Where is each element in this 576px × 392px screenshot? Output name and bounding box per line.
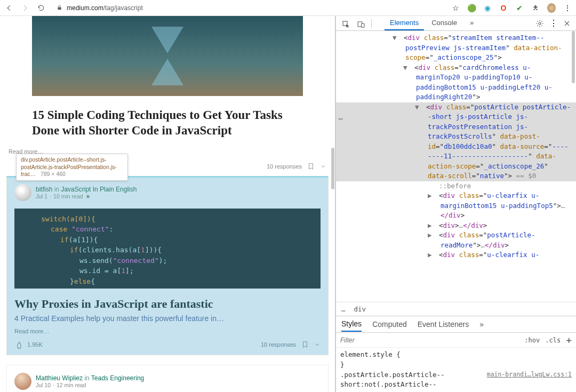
read-time: 12 min read xyxy=(57,382,86,388)
tab-event-listeners[interactable]: Event Listeners xyxy=(418,320,469,329)
date: Jul 1 xyxy=(36,193,47,199)
extensions-menu-icon[interactable] xyxy=(531,4,540,12)
new-rule-icon[interactable]: + xyxy=(566,334,572,346)
url-path: /tag/javascript xyxy=(103,4,143,12)
extension-icon-1[interactable]: ◉ xyxy=(483,4,492,12)
kebab-menu-icon[interactable]: ⋮ xyxy=(549,18,558,28)
kebab-menu-icon[interactable]: ⋮ xyxy=(563,4,572,12)
device-toggle-icon[interactable] xyxy=(354,19,368,30)
tooltip-dimensions: 789 × 460 xyxy=(41,171,66,177)
profile-avatar[interactable] xyxy=(547,4,556,12)
svg-rect-0 xyxy=(58,7,61,10)
forward-button[interactable] xyxy=(20,3,30,13)
styles-tabbar: Styles Computed Event Listeners » xyxy=(336,316,576,333)
dom-breadcrumb[interactable]: … div xyxy=(336,302,576,316)
styles-filter-row: :hov .cls + xyxy=(336,333,576,348)
devtools-panel: Elements Console » ⋮ ⋯ ▼<div class="stre… xyxy=(335,16,576,392)
hourglass-graphic xyxy=(151,27,183,85)
page-scrollbar[interactable] xyxy=(331,148,334,189)
dom-scrollbar[interactable] xyxy=(572,31,575,83)
opera-icon[interactable]: O xyxy=(499,4,508,12)
dom-pseudo[interactable]: ::before xyxy=(336,181,576,191)
svg-rect-3 xyxy=(362,23,364,27)
date: Jul 10 xyxy=(36,382,51,388)
dom-gutter-ellipsis: ⋯ xyxy=(338,114,343,124)
inspect-element-icon[interactable] xyxy=(339,19,353,30)
evernote-icon[interactable]: 🟢 xyxy=(467,4,476,12)
author-link[interactable]: Matthieu Wipliez xyxy=(36,374,83,382)
element-style[interactable]: element.style { xyxy=(340,350,572,360)
lock-icon xyxy=(57,5,62,11)
article-2-code-image: switch(a[0]){ case "connect": if(a[1]){ … xyxy=(14,209,321,289)
hov-toggle[interactable]: :hov xyxy=(524,337,540,344)
dom-node[interactable]: ▶<div class="u-clearfix u-marginBottom15… xyxy=(336,191,576,221)
clap-count: 1.95K xyxy=(27,341,43,348)
devtools-toolbar: Elements Console » ⋮ xyxy=(336,16,576,31)
inspector-tooltip: div.postArticle.postArticle--short.js-po… xyxy=(16,154,128,181)
tab-computed[interactable]: Computed xyxy=(372,320,407,329)
dom-node[interactable]: ▼<div class="streamItem streamItem--post… xyxy=(336,33,576,63)
publication-link[interactable]: Teads Engineering xyxy=(91,374,144,382)
article-3-byline: Matthieu Wipliez in Teads Engineering Ju… xyxy=(14,370,321,393)
chevron-down-icon[interactable] xyxy=(320,163,326,170)
bookmark-icon[interactable] xyxy=(307,162,315,171)
breadcrumb-node[interactable]: div xyxy=(354,305,366,313)
tabs-overflow-icon[interactable]: » xyxy=(465,16,479,30)
page-viewport: 15 Simple Coding Techniques to Get Your … xyxy=(0,16,335,392)
article-card-3[interactable]: Matthieu Wipliez in Teads Engineering Ju… xyxy=(6,365,329,393)
article-2-subtitle: 4 Practical Examples help you master thi… xyxy=(14,314,321,323)
url-host: medium.com xyxy=(67,4,103,12)
reload-button[interactable] xyxy=(36,3,46,13)
meta-line: Jul 1 · 10 min read ★ xyxy=(36,193,137,199)
author-line: Matthieu Wipliez in Teads Engineering xyxy=(36,374,144,382)
dom-node[interactable]: ▶<div>…</div> xyxy=(336,221,576,231)
breadcrumb-ellipsis[interactable]: … xyxy=(341,305,346,313)
cls-toggle[interactable]: .cls xyxy=(545,337,561,344)
extension-icons: ☆ 🟢 ◉ O ✔ ⋮ xyxy=(451,4,572,12)
article-2-responses[interactable]: 10 responses xyxy=(261,341,296,348)
tab-console[interactable]: Console xyxy=(426,16,462,30)
extension-icon-2[interactable]: ✔ xyxy=(515,4,524,12)
star-icon: ★ xyxy=(85,193,91,199)
bookmark-icon[interactable] xyxy=(301,340,309,349)
publication-link[interactable]: JavaScript In Plain English xyxy=(61,186,137,193)
styles-body[interactable]: element.style { } .postArticle.postArtic… xyxy=(336,348,576,392)
author-link[interactable]: bitfish xyxy=(36,186,52,193)
article-card-2-highlighted[interactable]: bitfish in JavaScript In Plain English J… xyxy=(6,176,329,355)
article-card-1[interactable]: 15 Simple Coding Techniques to Get Your … xyxy=(6,16,329,139)
dom-node[interactable]: ▶<div class="u-clearfix u- xyxy=(336,250,576,260)
rule-selector[interactable]: .postArticle.postArticle--short:not(.pos… xyxy=(340,370,487,390)
tab-styles[interactable]: Styles xyxy=(341,319,362,332)
styles-filter-input[interactable] xyxy=(340,337,520,344)
browser-toolbar: medium.com/tag/javascript ☆ 🟢 ◉ O ✔ ⋮ xyxy=(0,0,576,16)
author-line: bitfish in JavaScript In Plain English xyxy=(36,186,137,193)
dom-node-selected[interactable]: ▼<div class="postArticle postArticle--sh… xyxy=(336,102,576,181)
rule-source-link[interactable]: main-brandi…lwqLw.css:1 xyxy=(487,370,572,379)
article-2-byline: bitfish in JavaScript In Plain English J… xyxy=(14,181,321,204)
close-icon[interactable] xyxy=(563,20,571,27)
article-2-footer: 1.95K 10 responses xyxy=(14,339,321,350)
tab-elements[interactable]: Elements xyxy=(385,16,424,30)
star-icon[interactable]: ☆ xyxy=(451,4,460,12)
dom-node[interactable]: ▼<div class="cardChromeless u-marginTop2… xyxy=(336,63,576,102)
avatar[interactable] xyxy=(14,184,31,201)
tooltip-selector: div.postArticle.postArticle--short.js-po… xyxy=(21,156,117,177)
meta-line: Jul 10 · 12 min read xyxy=(36,382,144,388)
css-rule[interactable]: .postArticle.postArticle--short:not(.pos… xyxy=(340,370,572,390)
dom-node[interactable]: ▶<div class="postArticle-readMore">…</di… xyxy=(336,230,576,250)
article-1-title[interactable]: 15 Simple Coding Techniques to Get Your … xyxy=(32,108,303,139)
dom-tree[interactable]: ⋯ ▼<div class="streamItem streamItem--po… xyxy=(336,31,576,302)
devtools-tabs: Elements Console » xyxy=(385,16,479,30)
clap-icon[interactable] xyxy=(14,340,24,349)
article-1-responses[interactable]: 10 responses xyxy=(267,163,302,170)
svg-point-4 xyxy=(539,22,541,25)
back-button[interactable] xyxy=(4,3,14,13)
chevron-down-icon[interactable] xyxy=(314,341,321,348)
article-1-hero-image xyxy=(32,16,303,96)
address-bar[interactable]: medium.com/tag/javascript xyxy=(52,4,445,12)
article-2-title[interactable]: Why Proxies in JavaScript are fantastic xyxy=(14,297,321,311)
tabs-overflow-icon[interactable]: » xyxy=(479,320,484,329)
article-2-read-more[interactable]: Read more… xyxy=(14,328,321,334)
avatar[interactable] xyxy=(14,373,31,390)
gear-icon[interactable] xyxy=(535,19,544,28)
